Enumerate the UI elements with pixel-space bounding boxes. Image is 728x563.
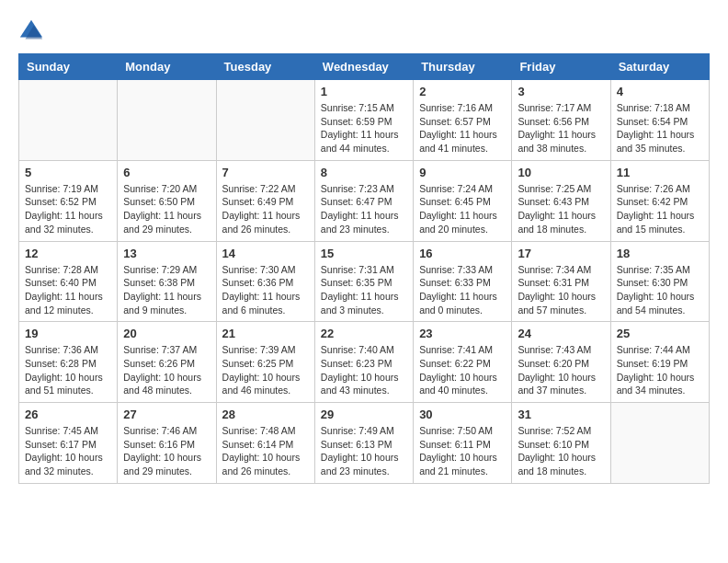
day-number: 15 [321, 247, 407, 260]
day-number: 12 [25, 247, 111, 260]
day-number: 25 [617, 327, 703, 340]
calendar-cell: 26Sunrise: 7:45 AM Sunset: 6:17 PM Dayli… [19, 403, 118, 484]
day-number: 22 [321, 327, 407, 340]
day-number: 6 [123, 166, 210, 179]
day-info: Sunrise: 7:48 AM Sunset: 6:14 PM Dayligh… [222, 424, 309, 478]
calendar-cell: 11Sunrise: 7:26 AM Sunset: 6:42 PM Dayli… [610, 160, 709, 241]
day-info: Sunrise: 7:30 AM Sunset: 6:36 PM Dayligh… [222, 263, 309, 317]
logo [18, 18, 48, 44]
calendar-cell: 22Sunrise: 7:40 AM Sunset: 6:23 PM Dayli… [314, 322, 413, 403]
day-info: Sunrise: 7:44 AM Sunset: 6:19 PM Dayligh… [617, 343, 703, 397]
day-number: 10 [518, 166, 604, 179]
day-info: Sunrise: 7:39 AM Sunset: 6:25 PM Dayligh… [222, 343, 309, 397]
day-of-week-header: Friday [512, 54, 610, 80]
calendar-cell [19, 80, 118, 161]
day-info: Sunrise: 7:19 AM Sunset: 6:52 PM Dayligh… [25, 182, 111, 236]
calendar-table: SundayMondayTuesdayWednesdayThursdayFrid… [18, 53, 710, 484]
calendar-cell [118, 80, 216, 161]
day-number: 29 [321, 408, 407, 421]
day-info: Sunrise: 7:33 AM Sunset: 6:33 PM Dayligh… [419, 263, 506, 317]
calendar-cell: 25Sunrise: 7:44 AM Sunset: 6:19 PM Dayli… [610, 322, 709, 403]
day-info: Sunrise: 7:43 AM Sunset: 6:20 PM Dayligh… [518, 343, 604, 397]
day-number: 16 [419, 247, 506, 260]
day-info: Sunrise: 7:22 AM Sunset: 6:49 PM Dayligh… [222, 182, 309, 236]
calendar-cell [610, 403, 709, 484]
day-of-week-header: Sunday [19, 54, 118, 80]
calendar-cell: 29Sunrise: 7:49 AM Sunset: 6:13 PM Dayli… [314, 403, 413, 484]
day-of-week-header: Monday [118, 54, 216, 80]
day-number: 9 [419, 166, 506, 179]
day-info: Sunrise: 7:50 AM Sunset: 6:11 PM Dayligh… [419, 424, 506, 478]
day-info: Sunrise: 7:49 AM Sunset: 6:13 PM Dayligh… [321, 424, 407, 478]
day-info: Sunrise: 7:15 AM Sunset: 6:59 PM Dayligh… [321, 101, 407, 155]
day-number: 8 [321, 166, 407, 179]
calendar-cell: 18Sunrise: 7:35 AM Sunset: 6:30 PM Dayli… [610, 241, 709, 322]
calendar-cell [216, 80, 314, 161]
day-info: Sunrise: 7:40 AM Sunset: 6:23 PM Dayligh… [321, 343, 407, 397]
calendar-cell: 5Sunrise: 7:19 AM Sunset: 6:52 PM Daylig… [19, 160, 118, 241]
day-number: 30 [419, 408, 506, 421]
day-info: Sunrise: 7:17 AM Sunset: 6:56 PM Dayligh… [518, 101, 604, 155]
day-info: Sunrise: 7:24 AM Sunset: 6:45 PM Dayligh… [419, 182, 506, 236]
calendar-cell: 3Sunrise: 7:17 AM Sunset: 6:56 PM Daylig… [512, 80, 610, 161]
day-info: Sunrise: 7:35 AM Sunset: 6:30 PM Dayligh… [617, 263, 703, 317]
calendar-cell: 12Sunrise: 7:28 AM Sunset: 6:40 PM Dayli… [19, 241, 118, 322]
day-of-week-header: Wednesday [314, 54, 413, 80]
day-number: 11 [617, 166, 703, 179]
calendar-cell: 31Sunrise: 7:52 AM Sunset: 6:10 PM Dayli… [512, 403, 610, 484]
day-info: Sunrise: 7:31 AM Sunset: 6:35 PM Dayligh… [321, 263, 407, 317]
week-row: 5Sunrise: 7:19 AM Sunset: 6:52 PM Daylig… [19, 160, 710, 241]
day-info: Sunrise: 7:26 AM Sunset: 6:42 PM Dayligh… [617, 182, 703, 236]
day-number: 5 [25, 166, 111, 179]
week-row: 12Sunrise: 7:28 AM Sunset: 6:40 PM Dayli… [19, 241, 710, 322]
day-info: Sunrise: 7:28 AM Sunset: 6:40 PM Dayligh… [25, 263, 111, 317]
calendar-cell: 1Sunrise: 7:15 AM Sunset: 6:59 PM Daylig… [314, 80, 413, 161]
day-number: 21 [222, 327, 309, 340]
calendar-cell: 16Sunrise: 7:33 AM Sunset: 6:33 PM Dayli… [414, 241, 512, 322]
day-number: 19 [25, 327, 111, 340]
day-info: Sunrise: 7:29 AM Sunset: 6:38 PM Dayligh… [123, 263, 210, 317]
day-number: 26 [25, 408, 111, 421]
day-number: 1 [321, 85, 407, 98]
calendar-cell: 9Sunrise: 7:24 AM Sunset: 6:45 PM Daylig… [414, 160, 512, 241]
calendar-cell: 10Sunrise: 7:25 AM Sunset: 6:43 PM Dayli… [512, 160, 610, 241]
day-number: 17 [518, 247, 604, 260]
calendar-cell: 28Sunrise: 7:48 AM Sunset: 6:14 PM Dayli… [216, 403, 314, 484]
day-info: Sunrise: 7:34 AM Sunset: 6:31 PM Dayligh… [518, 263, 604, 317]
day-number: 18 [617, 247, 703, 260]
week-row: 26Sunrise: 7:45 AM Sunset: 6:17 PM Dayli… [19, 403, 710, 484]
day-number: 4 [617, 85, 703, 98]
day-of-week-header: Saturday [610, 54, 709, 80]
day-number: 28 [222, 408, 309, 421]
calendar-cell: 7Sunrise: 7:22 AM Sunset: 6:49 PM Daylig… [216, 160, 314, 241]
calendar-cell: 6Sunrise: 7:20 AM Sunset: 6:50 PM Daylig… [118, 160, 216, 241]
day-info: Sunrise: 7:16 AM Sunset: 6:57 PM Dayligh… [419, 101, 506, 155]
calendar-cell: 20Sunrise: 7:37 AM Sunset: 6:26 PM Dayli… [118, 322, 216, 403]
day-number: 27 [123, 408, 210, 421]
calendar-header-row: SundayMondayTuesdayWednesdayThursdayFrid… [19, 54, 710, 80]
day-number: 13 [123, 247, 210, 260]
day-number: 3 [518, 85, 604, 98]
calendar-cell: 23Sunrise: 7:41 AM Sunset: 6:22 PM Dayli… [414, 322, 512, 403]
week-row: 1Sunrise: 7:15 AM Sunset: 6:59 PM Daylig… [19, 80, 710, 161]
day-info: Sunrise: 7:52 AM Sunset: 6:10 PM Dayligh… [518, 424, 604, 478]
day-info: Sunrise: 7:23 AM Sunset: 6:47 PM Dayligh… [321, 182, 407, 236]
calendar-cell: 21Sunrise: 7:39 AM Sunset: 6:25 PM Dayli… [216, 322, 314, 403]
day-info: Sunrise: 7:18 AM Sunset: 6:54 PM Dayligh… [617, 101, 703, 155]
day-info: Sunrise: 7:37 AM Sunset: 6:26 PM Dayligh… [123, 343, 210, 397]
calendar-cell: 30Sunrise: 7:50 AM Sunset: 6:11 PM Dayli… [414, 403, 512, 484]
calendar-cell: 2Sunrise: 7:16 AM Sunset: 6:57 PM Daylig… [414, 80, 512, 161]
day-info: Sunrise: 7:41 AM Sunset: 6:22 PM Dayligh… [419, 343, 506, 397]
day-number: 31 [518, 408, 604, 421]
logo-icon [18, 18, 44, 44]
week-row: 19Sunrise: 7:36 AM Sunset: 6:28 PM Dayli… [19, 322, 710, 403]
calendar-cell: 8Sunrise: 7:23 AM Sunset: 6:47 PM Daylig… [314, 160, 413, 241]
calendar-cell: 13Sunrise: 7:29 AM Sunset: 6:38 PM Dayli… [118, 241, 216, 322]
day-number: 7 [222, 166, 309, 179]
calendar-cell: 27Sunrise: 7:46 AM Sunset: 6:16 PM Dayli… [118, 403, 216, 484]
day-number: 23 [419, 327, 506, 340]
calendar-cell: 4Sunrise: 7:18 AM Sunset: 6:54 PM Daylig… [610, 80, 709, 161]
day-info: Sunrise: 7:36 AM Sunset: 6:28 PM Dayligh… [25, 343, 111, 397]
day-of-week-header: Thursday [414, 54, 512, 80]
day-number: 14 [222, 247, 309, 260]
